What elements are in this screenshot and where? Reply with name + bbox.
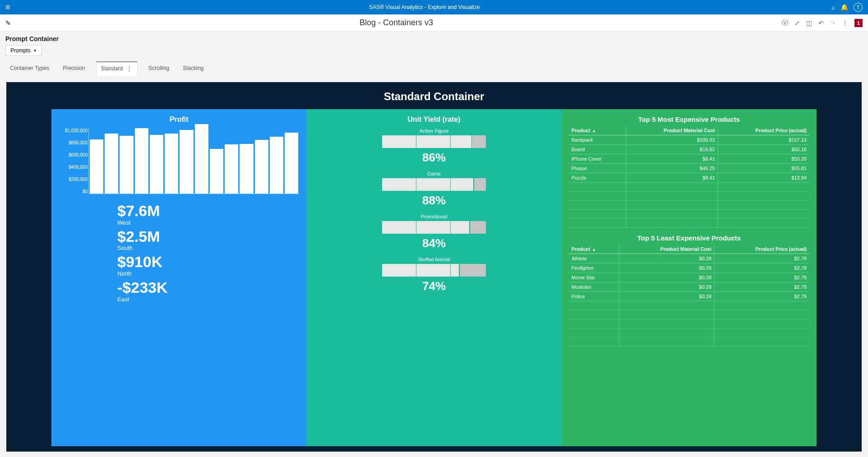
profit-bar — [285, 133, 298, 194]
tab-standard-label: Standard — [101, 65, 123, 72]
profit-panel: Profit $1,000,000$800,000$600,000$400,00… — [51, 109, 306, 446]
profit-bar — [270, 137, 283, 194]
profit-bar — [180, 130, 193, 194]
profit-bar — [225, 144, 238, 194]
yield-pct: 86% — [314, 151, 554, 165]
kpi-value: $7.6M — [117, 203, 299, 219]
table-row[interactable]: Police$0.28$2.79 — [569, 292, 809, 301]
yield-bar — [382, 178, 486, 191]
table-row[interactable]: Musician$0.28$2.79 — [569, 282, 809, 292]
app-top-bar: ≡ SAS® Visual Analytics - Explore and Vi… — [0, 0, 868, 14]
expensive-table-block: Top 5 Most Expensive Products Product▲Pr… — [569, 115, 809, 228]
profit-bar — [210, 149, 223, 194]
user-avatar[interactable]: T — [854, 3, 863, 12]
tab-container-types[interactable]: Container Types — [7, 61, 52, 76]
tab-more-icon[interactable]: ⋮ — [126, 65, 133, 72]
cheap-table: Product▲Product Material CostProduct Pri… — [569, 245, 809, 346]
yield-bar — [382, 135, 486, 148]
notif-badge[interactable]: 1 — [854, 19, 863, 27]
table-row[interactable]: Backpack$100.92$167.13 — [569, 135, 809, 145]
yield-item: Stuffed Animal74% — [314, 257, 554, 293]
prompt-title: Prompt Container — [5, 35, 863, 42]
table-row-empty — [569, 337, 809, 346]
table-row-empty — [569, 219, 809, 228]
prompts-dropdown[interactable]: Prompts — [5, 45, 42, 56]
edit-icon[interactable]: ✎ — [5, 19, 11, 27]
table-row[interactable]: Board$16.82$50.16 — [569, 145, 809, 154]
table-row[interactable]: Plaque$46.25$55.81 — [569, 164, 809, 173]
col-header[interactable]: Product Price (actual) — [715, 245, 809, 254]
yield-group: Action Figure86%Game88%Promotional84%Stu… — [314, 128, 554, 293]
yield-item: Game88% — [314, 171, 554, 208]
app-title: SAS® Visual Analytics - Explore and Visu… — [18, 4, 831, 10]
kpi: $7.6MWest — [117, 203, 299, 226]
table-row[interactable]: Athlete$0.28$2.79 — [569, 254, 809, 263]
hamburger-icon[interactable]: ≡ — [5, 3, 10, 12]
yield-label: Action Figure — [314, 128, 554, 134]
yield-label: Game — [314, 171, 554, 176]
profit-bar — [120, 136, 133, 194]
kpi-region: East — [117, 296, 299, 303]
kpi-value: $2.5M — [117, 229, 299, 245]
redo-icon[interactable]: ↷ — [830, 19, 836, 27]
table-row[interactable]: Movie Star$0.28$2.79 — [569, 273, 809, 282]
standard-container: Standard Container Profit $1,000,000$800… — [6, 82, 862, 452]
table-row[interactable]: iPhone Cover$8.41$50.20 — [569, 154, 809, 164]
tab-standard[interactable]: Standard ⋮ — [96, 61, 138, 76]
yield-item: Promotional84% — [314, 214, 554, 250]
prompt-section: Prompt Container Prompts — [0, 32, 868, 56]
container-title: Standard Container — [6, 82, 862, 109]
more-icon[interactable]: ⋮ — [842, 19, 848, 27]
table-row-empty — [569, 301, 809, 310]
tab-scrolling[interactable]: Scrolling — [146, 61, 172, 76]
help-icon[interactable]: ⓥ — [782, 19, 788, 27]
kpi: $2.5MSouth — [117, 229, 299, 252]
col-header[interactable]: Product▲ — [569, 126, 626, 135]
profit-bar — [105, 134, 118, 194]
tab-stacking[interactable]: Stacking — [180, 61, 206, 76]
cheap-table-block: Top 5 Least Expensive Products Product▲P… — [569, 234, 809, 346]
undo-icon[interactable]: ↶ — [818, 19, 824, 27]
profit-bar — [255, 140, 268, 194]
table-row-empty — [569, 201, 809, 210]
cheap-title: Top 5 Least Expensive Products — [569, 234, 809, 242]
page-title: Blog - Containers v3 — [11, 18, 782, 28]
kpi-value: -$233K — [117, 280, 299, 296]
y-tick: $800,000 — [59, 140, 88, 145]
profit-bar — [165, 134, 178, 194]
profit-bar-chart: $1,000,000$800,000$600,000$400,000$200,0… — [59, 128, 299, 196]
table-row-empty — [569, 192, 809, 201]
profit-title: Profit — [59, 115, 299, 124]
table-row[interactable]: Firefighter$0.28$2.78 — [569, 263, 809, 273]
panel-icon[interactable]: ◫ — [806, 19, 812, 27]
expand-icon[interactable]: ⤢ — [794, 19, 800, 27]
col-header[interactable]: Product Material Cost — [626, 126, 718, 135]
tables-panel: Top 5 Most Expensive Products Product▲Pr… — [562, 109, 817, 446]
y-tick: $1,000,000 — [59, 128, 88, 133]
yield-bar — [382, 221, 486, 234]
kpi-region: West — [117, 219, 299, 226]
bell-icon[interactable]: 🔔 — [840, 4, 848, 11]
kpi-value: $910K — [117, 254, 299, 270]
y-tick: $200,000 — [59, 177, 88, 182]
header-toolbar: ⓥ ⤢ ◫ ↶ ↷ ⋮ 1 — [782, 19, 863, 27]
yield-label: Promotional — [314, 214, 554, 219]
table-row[interactable]: Puzzle$8.41$13.94 — [569, 173, 809, 183]
page-header: ✎ Blog - Containers v3 ⓥ ⤢ ◫ ↶ ↷ ⋮ 1 — [0, 14, 868, 32]
profit-bar — [240, 144, 253, 194]
col-header[interactable]: Product▲ — [569, 245, 619, 254]
expensive-title: Top 5 Most Expensive Products — [569, 115, 809, 123]
table-row-empty — [569, 319, 809, 328]
col-header[interactable]: Product Price (actual) — [718, 126, 809, 135]
profit-kpis: $7.6MWest$2.5MSouth$910KNorth-$233KEast — [59, 203, 299, 303]
search-icon[interactable]: ⌕ — [831, 4, 835, 11]
yield-title: Unit Yield (rate) — [314, 115, 554, 124]
expensive-table: Product▲Product Material CostProduct Pri… — [569, 126, 809, 228]
canvas-wrap: Standard Container Profit $1,000,000$800… — [0, 76, 868, 457]
panels: Profit $1,000,000$800,000$600,000$400,00… — [6, 109, 862, 452]
table-row-empty — [569, 183, 809, 192]
col-header[interactable]: Product Material Cost — [619, 245, 714, 254]
y-tick: $600,000 — [59, 152, 88, 157]
tab-precision[interactable]: Precision — [60, 61, 88, 76]
yield-pct: 74% — [314, 279, 554, 293]
